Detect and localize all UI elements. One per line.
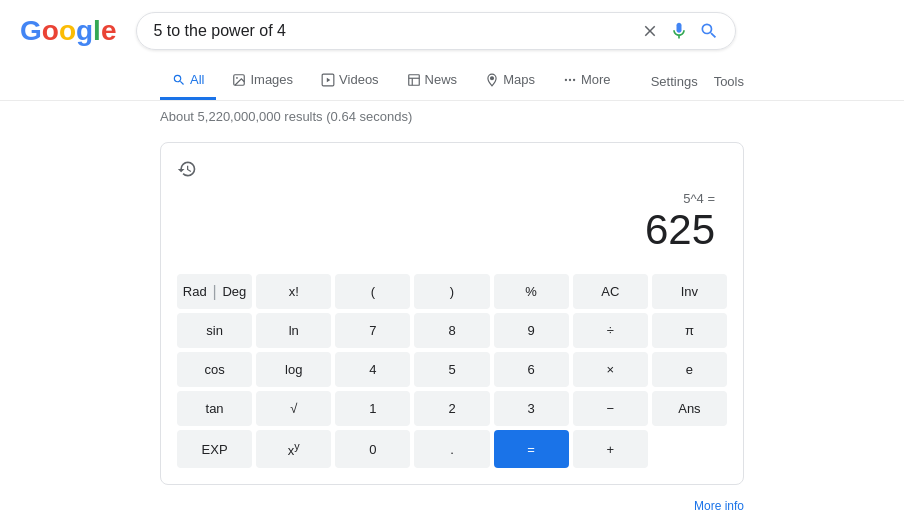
- calc-buttons: Rad | Deg x! ( ) % AC Inv sin ln 7 8 9 ÷…: [177, 274, 727, 468]
- exp-button[interactable]: EXP: [177, 430, 252, 468]
- history-icon: [177, 159, 197, 179]
- sin-button[interactable]: sin: [177, 313, 252, 348]
- tan-button[interactable]: tan: [177, 391, 252, 426]
- news-nav-icon: [407, 73, 421, 87]
- multiply-button[interactable]: ×: [573, 352, 648, 387]
- calc-expression: 5^4 =: [683, 191, 715, 206]
- decimal-button[interactable]: .: [414, 430, 489, 468]
- logo-g: G: [20, 15, 42, 46]
- nav-right: Settings Tools: [651, 64, 744, 99]
- nav-item-more[interactable]: More: [551, 62, 623, 100]
- google-logo: Google: [20, 15, 116, 47]
- ln-button[interactable]: ln: [256, 313, 331, 348]
- two-button[interactable]: 2: [414, 391, 489, 426]
- nav-item-all[interactable]: All: [160, 62, 216, 100]
- rad-button[interactable]: Rad: [177, 274, 213, 309]
- nav-item-maps[interactable]: Maps: [473, 62, 547, 100]
- factorial-button[interactable]: x!: [256, 274, 331, 309]
- svg-point-7: [491, 76, 494, 79]
- logo-o1: o: [42, 15, 59, 46]
- tools-link[interactable]: Tools: [714, 64, 744, 99]
- nav-item-news[interactable]: News: [395, 62, 470, 100]
- nav-label-maps: Maps: [503, 72, 535, 87]
- search-button[interactable]: [699, 21, 719, 41]
- svg-rect-4: [408, 74, 419, 85]
- sqrt-button[interactable]: √: [256, 391, 331, 426]
- logo-o2: o: [59, 15, 76, 46]
- one-button[interactable]: 1: [335, 391, 410, 426]
- svg-point-8: [565, 78, 567, 80]
- subtract-button[interactable]: −: [573, 391, 648, 426]
- equals-button[interactable]: =: [494, 430, 569, 468]
- search-icons: [641, 21, 719, 41]
- history-button[interactable]: [177, 159, 197, 179]
- calc-history-row: [177, 159, 727, 179]
- search-icon: [699, 21, 719, 41]
- svg-point-9: [569, 78, 571, 80]
- e-button[interactable]: e: [652, 352, 727, 387]
- nav-label-more: More: [581, 72, 611, 87]
- search-input[interactable]: 5 to the power of 4: [153, 22, 631, 40]
- pi-button[interactable]: π: [652, 313, 727, 348]
- add-button[interactable]: +: [573, 430, 648, 468]
- close-paren-button[interactable]: ): [414, 274, 489, 309]
- three-button[interactable]: 3: [494, 391, 569, 426]
- svg-marker-3: [327, 77, 331, 82]
- logo-e: e: [101, 15, 117, 46]
- nav-item-videos[interactable]: Videos: [309, 62, 391, 100]
- five-button[interactable]: 5: [414, 352, 489, 387]
- header: Google 5 to the power of 4: [0, 0, 904, 62]
- logo-g2: g: [76, 15, 93, 46]
- inv-button[interactable]: Inv: [652, 274, 727, 309]
- power-button[interactable]: xy: [256, 430, 331, 468]
- nav-label-all: All: [190, 72, 204, 87]
- more-info-row: More info: [0, 495, 904, 517]
- rad-deg-group: Rad | Deg: [177, 274, 252, 309]
- zero-button[interactable]: 0: [335, 430, 410, 468]
- microphone-icon: [669, 21, 689, 41]
- calc-result: 625: [645, 206, 715, 254]
- divide-button[interactable]: ÷: [573, 313, 648, 348]
- svg-point-10: [573, 78, 575, 80]
- dots-nav-icon: [563, 73, 577, 87]
- ans-button[interactable]: Ans: [652, 391, 727, 426]
- navigation: All Images Videos News Maps More Setting…: [0, 62, 904, 101]
- voice-search-button[interactable]: [669, 21, 689, 41]
- nav-item-images[interactable]: Images: [220, 62, 305, 100]
- play-nav-icon: [321, 73, 335, 87]
- eight-button[interactable]: 8: [414, 313, 489, 348]
- cos-button[interactable]: cos: [177, 352, 252, 387]
- settings-link[interactable]: Settings: [651, 64, 698, 99]
- nine-button[interactable]: 9: [494, 313, 569, 348]
- map-pin-nav-icon: [485, 73, 499, 87]
- deg-button[interactable]: Deg: [217, 274, 253, 309]
- image-nav-icon: [232, 73, 246, 87]
- log-button[interactable]: log: [256, 352, 331, 387]
- search-nav-icon: [172, 73, 186, 87]
- results-count: About 5,220,000,000 results (0.64 second…: [160, 109, 412, 124]
- svg-point-1: [237, 77, 239, 79]
- seven-button[interactable]: 7: [335, 313, 410, 348]
- nav-label-news: News: [425, 72, 458, 87]
- results-summary: About 5,220,000,000 results (0.64 second…: [0, 101, 904, 132]
- search-bar[interactable]: 5 to the power of 4: [136, 12, 736, 50]
- four-button[interactable]: 4: [335, 352, 410, 387]
- percent-button[interactable]: %: [494, 274, 569, 309]
- logo-l: l: [93, 15, 101, 46]
- calculator: 5^4 = 625 Rad | Deg x! ( ) % AC Inv sin …: [160, 142, 744, 485]
- calc-display: 5^4 = 625: [177, 183, 727, 266]
- open-paren-button[interactable]: (: [335, 274, 410, 309]
- six-button[interactable]: 6: [494, 352, 569, 387]
- ac-button[interactable]: AC: [573, 274, 648, 309]
- close-icon: [641, 22, 659, 40]
- nav-label-videos: Videos: [339, 72, 379, 87]
- clear-button[interactable]: [641, 22, 659, 40]
- nav-label-images: Images: [250, 72, 293, 87]
- more-info-link[interactable]: More info: [694, 499, 744, 513]
